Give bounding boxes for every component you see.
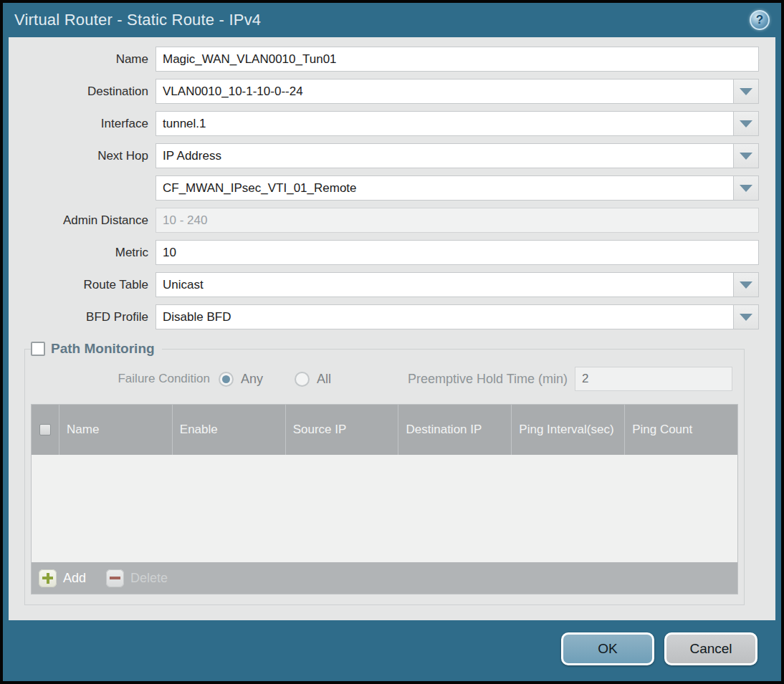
radio-any-label: Any (241, 372, 263, 387)
minus-icon (106, 569, 124, 587)
bfd-profile-dropdown-button[interactable] (733, 304, 759, 329)
form-row-next-hop-address (9, 175, 759, 201)
table-body-empty (32, 455, 737, 562)
dialog-content: Name Destination Interface (9, 37, 775, 620)
path-monitoring-section: Path Monitoring Failure Condition Any Al… (24, 341, 745, 605)
col-header-destination-ip: Destination IP (398, 405, 511, 455)
form-row-metric: Metric (9, 240, 759, 265)
next-hop-label: Next Hop (9, 149, 156, 163)
form-row-name: Name (9, 47, 759, 72)
chevron-down-icon (740, 314, 752, 321)
chevron-down-icon (740, 185, 752, 192)
chevron-down-icon (740, 281, 752, 289)
failure-condition-row: Failure Condition Any All Preemptive Hol… (31, 367, 738, 391)
preemptive-hold-time-input[interactable] (575, 367, 732, 391)
admin-distance-input[interactable] (156, 208, 759, 233)
next-hop-type-input[interactable] (156, 143, 734, 168)
name-input[interactable] (156, 47, 759, 72)
route-table-input[interactable] (156, 272, 734, 297)
path-monitoring-checkbox[interactable] (31, 342, 45, 356)
help-icon[interactable]: ? (750, 10, 770, 30)
bfd-profile-label: BFD Profile (9, 310, 156, 324)
destination-dropdown-button[interactable] (733, 79, 759, 104)
col-header-ping-count: Ping Count (624, 405, 737, 455)
path-monitoring-table: Name Enable Source IP Destination IP Pin… (31, 404, 738, 594)
radio-all-icon[interactable] (295, 372, 310, 387)
table-header-checkbox-cell (32, 405, 59, 455)
name-label: Name (9, 52, 156, 67)
interface-label: Interface (9, 117, 156, 131)
failure-condition-all-option[interactable]: All (295, 372, 331, 387)
route-table-dropdown-button[interactable] (733, 272, 759, 297)
metric-input[interactable] (156, 240, 759, 265)
path-monitoring-legend: Path Monitoring (31, 341, 162, 357)
cancel-button[interactable]: Cancel (664, 632, 757, 665)
form-row-admin-distance: Admin Distance (9, 208, 759, 233)
destination-label: Destination (9, 85, 156, 99)
next-hop-type-dropdown-button[interactable] (733, 143, 759, 168)
dialog-titlebar: Virtual Router - Static Route - IPv4 ? (3, 3, 781, 37)
table-toolbar: Add Delete (32, 562, 737, 594)
dialog-footer: OK Cancel (3, 620, 781, 681)
bfd-profile-input[interactable] (156, 304, 734, 329)
radio-any-icon[interactable] (219, 372, 234, 387)
form-row-next-hop: Next Hop (9, 143, 759, 168)
form-row-bfd-profile: BFD Profile (9, 304, 759, 329)
destination-input[interactable] (156, 79, 734, 104)
select-all-checkbox[interactable] (39, 424, 51, 435)
table-header-row: Name Enable Source IP Destination IP Pin… (32, 405, 737, 455)
col-header-name: Name (59, 405, 172, 455)
static-route-dialog: Virtual Router - Static Route - IPv4 ? N… (0, 0, 784, 684)
chevron-down-icon (740, 88, 752, 95)
preemptive-hold-time-label: Preemptive Hold Time (min) (408, 372, 575, 387)
form-row-interface: Interface (9, 111, 759, 136)
interface-input[interactable] (156, 111, 734, 136)
delete-button[interactable]: Delete (106, 569, 168, 587)
chevron-down-icon (740, 120, 752, 127)
chevron-down-icon (740, 153, 752, 160)
plus-icon (39, 569, 57, 587)
add-button-label: Add (63, 571, 86, 586)
metric-label: Metric (9, 246, 156, 260)
next-hop-address-input[interactable] (156, 175, 734, 201)
radio-all-label: All (317, 372, 331, 387)
col-header-ping-interval: Ping Interval(sec) (511, 405, 624, 455)
failure-condition-label: Failure Condition (31, 372, 219, 386)
route-table-label: Route Table (9, 278, 156, 292)
form-row-destination: Destination (9, 79, 759, 104)
add-button[interactable]: Add (39, 569, 86, 587)
ok-button[interactable]: OK (561, 632, 654, 665)
col-header-enable: Enable (172, 405, 285, 455)
dialog-title: Virtual Router - Static Route - IPv4 (14, 11, 261, 29)
failure-condition-any-option[interactable]: Any (219, 372, 263, 387)
path-monitoring-title: Path Monitoring (51, 341, 155, 357)
admin-distance-label: Admin Distance (9, 213, 156, 228)
col-header-source-ip: Source IP (285, 405, 398, 455)
next-hop-address-dropdown-button[interactable] (733, 175, 759, 201)
form-row-route-table: Route Table (9, 272, 759, 297)
interface-dropdown-button[interactable] (733, 111, 759, 136)
delete-button-label: Delete (130, 571, 168, 586)
